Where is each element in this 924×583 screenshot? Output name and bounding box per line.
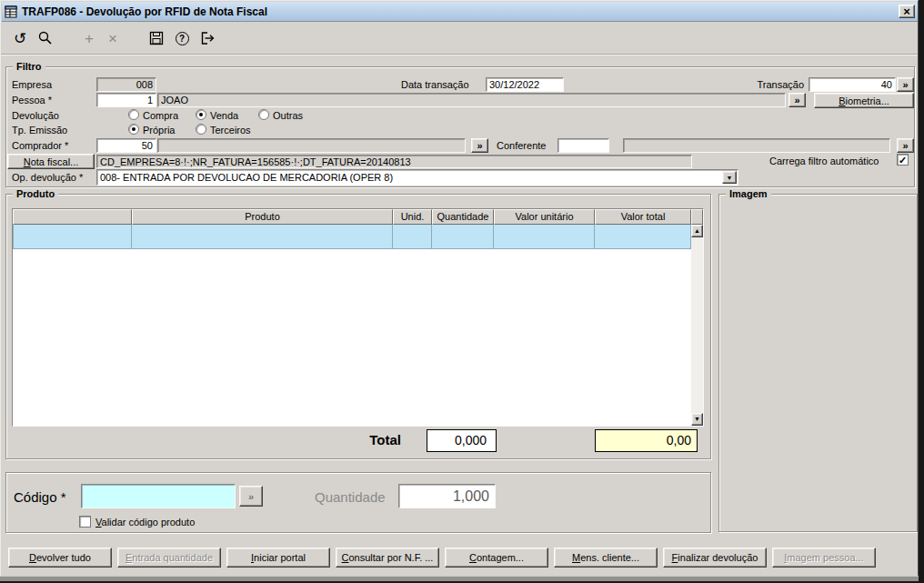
total-quantidade-field: 0,000 bbox=[427, 429, 497, 452]
scroll-up-icon[interactable]: ▲ bbox=[691, 225, 703, 237]
scroll-down-icon[interactable]: ▼ bbox=[691, 413, 703, 426]
scrollbar-corner bbox=[691, 209, 703, 225]
transacao-lookup-button[interactable]: » bbox=[897, 77, 914, 92]
conferente-name-field bbox=[623, 138, 890, 153]
radio-outras-label: Outras bbox=[273, 110, 303, 121]
op-devolucao-select[interactable]: 008- ENTRADA POR DEVOLUCAO DE MERCADORIA… bbox=[96, 169, 738, 186]
op-devolucao-value: 008- ENTRADA POR DEVOLUCAO DE MERCADORIA… bbox=[97, 172, 722, 183]
column-header-valor-unitario[interactable]: Valor unitário bbox=[494, 209, 595, 225]
transacao-label: Transação bbox=[747, 79, 804, 90]
application-window: TRAFP086 - Devolução por RFID de Nota Fi… bbox=[0, 0, 919, 576]
column-header-unid[interactable]: Unid. bbox=[393, 209, 432, 225]
column-header-produto[interactable]: Produto bbox=[132, 209, 393, 225]
dropdown-arrow-icon[interactable]: ▼ bbox=[722, 171, 737, 184]
table-cell[interactable] bbox=[13, 225, 132, 249]
empresa-label: Empresa bbox=[12, 79, 52, 90]
table-cell[interactable] bbox=[494, 225, 595, 249]
conferente-code-field[interactable] bbox=[557, 138, 609, 153]
filtro-legend: Filtro bbox=[13, 61, 45, 72]
close-button[interactable]: × bbox=[899, 5, 915, 18]
transacao-field[interactable] bbox=[808, 77, 896, 92]
imagem-pessoa-button[interactable]: Imagem pessoa... bbox=[772, 548, 876, 568]
delete-icon: × bbox=[108, 31, 117, 46]
comprador-lookup-button[interactable]: » bbox=[471, 138, 488, 153]
conferente-lookup-button[interactable]: » bbox=[897, 138, 914, 153]
pessoa-label: Pessoa * bbox=[12, 95, 52, 106]
comprador-code-field[interactable] bbox=[96, 138, 156, 153]
pessoa-lookup-button[interactable]: » bbox=[788, 93, 806, 107]
conferente-label: Conferente bbox=[497, 140, 546, 151]
refresh-button[interactable]: ↺ bbox=[8, 26, 32, 50]
scrollbar-track[interactable] bbox=[691, 237, 703, 413]
app-icon bbox=[5, 5, 17, 18]
save-button[interactable] bbox=[145, 26, 168, 50]
save-icon bbox=[148, 30, 165, 46]
column-header-valor-total[interactable]: Valor total bbox=[595, 209, 691, 225]
comprador-label: Comprador * bbox=[12, 140, 68, 151]
undo-icon: ↺ bbox=[14, 31, 26, 46]
pessoa-code-field[interactable] bbox=[96, 93, 156, 107]
consultar-nf-button[interactable]: Consultar por N.F. ... bbox=[336, 548, 439, 568]
produto-legend: Produto bbox=[13, 188, 58, 199]
exit-icon bbox=[199, 30, 216, 46]
table-cell[interactable] bbox=[595, 225, 691, 249]
table-cell[interactable] bbox=[132, 225, 393, 249]
iniciar-portal-button[interactable]: Iniciar portal bbox=[226, 548, 330, 568]
search-icon bbox=[37, 30, 54, 46]
devolucao-label: Devolução bbox=[12, 110, 59, 121]
pessoa-name-field bbox=[157, 93, 786, 107]
biometria-button[interactable]: Biometria... bbox=[814, 93, 914, 108]
validar-codigo-label: Validar código produto bbox=[95, 517, 195, 528]
exit-button[interactable] bbox=[196, 26, 219, 50]
total-valor-field: 0,00 bbox=[595, 429, 698, 452]
nota-fiscal-field bbox=[96, 155, 692, 168]
produto-table: Produto Unid. Quantidade Valor unitário … bbox=[12, 208, 704, 427]
column-header-quantidade[interactable]: Quantidade bbox=[432, 209, 494, 225]
radio-propria-label: Própria bbox=[143, 125, 175, 136]
comprador-name-field bbox=[157, 138, 466, 153]
finalizar-devolucao-button[interactable]: Finalizar devolução bbox=[663, 548, 767, 568]
help-icon: ? bbox=[176, 32, 189, 45]
plus-icon: + bbox=[85, 31, 94, 46]
radio-outras[interactable] bbox=[258, 109, 269, 120]
codigo-label: Código * bbox=[14, 489, 66, 505]
radio-venda-label: Venda bbox=[210, 110, 238, 121]
mens-cliente-button[interactable]: Mens. cliente... bbox=[554, 548, 658, 568]
validar-codigo-checkbox[interactable] bbox=[79, 516, 91, 528]
carrega-filtro-checkbox[interactable] bbox=[897, 154, 909, 166]
imagem-legend: Imagem bbox=[726, 188, 771, 199]
window-title: TRAFP086 - Devolução por RFID de Nota Fi… bbox=[22, 5, 899, 18]
quantidade-label: Quantidade bbox=[315, 489, 386, 505]
tp-emissao-label: Tp. Emissão bbox=[12, 125, 67, 136]
empresa-field bbox=[96, 77, 156, 92]
carrega-filtro-label: Carrega filtro automático bbox=[769, 156, 879, 166]
op-devolucao-label: Op. devolução * bbox=[12, 172, 83, 183]
help-button[interactable]: ? bbox=[170, 26, 194, 50]
data-transacao-field[interactable] bbox=[486, 77, 564, 92]
radio-venda[interactable] bbox=[196, 109, 206, 120]
codigo-input[interactable] bbox=[81, 484, 236, 508]
add-button[interactable]: + bbox=[77, 26, 101, 50]
column-header-blank[interactable] bbox=[13, 209, 132, 225]
window-bottom-edge bbox=[0, 576, 919, 581]
codigo-lookup-button[interactable]: » bbox=[239, 486, 263, 507]
search-button[interactable] bbox=[34, 26, 57, 50]
quantidade-input[interactable] bbox=[398, 484, 496, 508]
radio-propria[interactable] bbox=[128, 124, 139, 135]
table-cell[interactable] bbox=[393, 225, 432, 249]
radio-compra[interactable] bbox=[128, 109, 139, 120]
entrada-quantidade-button[interactable]: Entrada quantidade bbox=[117, 548, 221, 568]
data-transacao-label: Data transação bbox=[401, 79, 469, 90]
radio-terceiros-label: Terceiros bbox=[210, 125, 251, 136]
nota-fiscal-button[interactable]: Nota fiscal... bbox=[7, 154, 95, 169]
devolver-tudo-button[interactable]: Devolver tudo bbox=[8, 548, 112, 568]
imagem-groupbox: Imagem bbox=[718, 194, 918, 532]
toolbar-separator bbox=[1, 54, 919, 55]
total-label: Total bbox=[360, 432, 401, 447]
delete-button[interactable]: × bbox=[101, 26, 125, 50]
radio-terceiros[interactable] bbox=[196, 124, 206, 135]
title-bar: TRAFP086 - Devolução por RFID de Nota Fi… bbox=[2, 2, 918, 22]
table-cell[interactable] bbox=[432, 225, 494, 249]
radio-compra-label: Compra bbox=[143, 110, 178, 121]
contagem-button[interactable]: Contagem... bbox=[445, 548, 548, 568]
